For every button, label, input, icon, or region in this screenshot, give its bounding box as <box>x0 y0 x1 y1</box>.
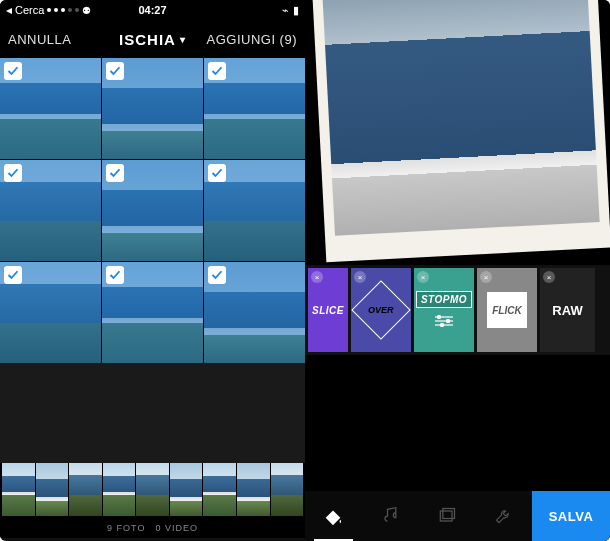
album-title-dropdown[interactable]: ISCHIA ▾ <box>119 31 186 48</box>
svg-rect-6 <box>440 511 452 521</box>
svg-rect-7 <box>443 509 455 519</box>
wifi-icon: ⚉ <box>82 5 91 16</box>
effect-flick[interactable]: × FLICK <box>477 268 537 352</box>
tab-layout[interactable] <box>419 491 476 541</box>
filmstrip-thumb[interactable] <box>271 463 304 516</box>
svg-point-5 <box>440 323 443 326</box>
video-count: 0 VIDEO <box>155 523 198 533</box>
album-title: ISCHIA <box>119 31 176 48</box>
preview-area[interactable] <box>305 0 610 265</box>
close-icon[interactable]: × <box>354 271 366 283</box>
svg-point-3 <box>437 315 440 318</box>
spacer <box>0 363 305 463</box>
filmstrip[interactable] <box>0 463 305 518</box>
check-icon <box>4 266 22 284</box>
tab-music[interactable] <box>362 491 419 541</box>
check-icon <box>208 164 226 182</box>
check-icon <box>4 164 22 182</box>
bottom-toolbar: SALVA <box>305 491 610 541</box>
filmstrip-thumb[interactable] <box>2 463 35 516</box>
effect-slice[interactable]: × SLICE <box>308 268 348 352</box>
photo-cell[interactable] <box>204 262 305 363</box>
clock: 04:27 <box>138 4 166 16</box>
filmstrip-thumb[interactable] <box>136 463 169 516</box>
close-icon[interactable]: × <box>543 271 555 283</box>
diamond-icon: OVER <box>351 280 410 339</box>
check-icon <box>208 62 226 80</box>
spacer <box>305 355 610 491</box>
effect-label: FLICK <box>492 305 521 316</box>
filmstrip-thumb[interactable] <box>103 463 136 516</box>
picker-title-bar: ANNULLA ISCHIA ▾ AGGIUNGI (9) <box>0 20 305 58</box>
photo-cell[interactable] <box>102 160 203 261</box>
filmstrip-thumb[interactable] <box>36 463 69 516</box>
cancel-button[interactable]: ANNULLA <box>8 32 119 47</box>
photo-picker-screen: ◂ Cerca ⚉ 04:27 ⌁ ▮ ANNULLA ISCHIA ▾ AGG… <box>0 0 305 541</box>
effect-raw[interactable]: × RAW <box>540 268 595 352</box>
music-note-icon <box>380 506 400 526</box>
check-icon <box>4 62 22 80</box>
paint-bucket-icon <box>322 505 344 527</box>
effects-row[interactable]: × SLICE × OVER × STOPMO × FLICK <box>305 265 610 355</box>
effect-label: OVER <box>368 305 394 315</box>
effect-label: STOPMO <box>416 291 472 308</box>
photo-cell[interactable] <box>204 160 305 261</box>
polaroid-frame <box>312 0 610 262</box>
save-label: SALVA <box>549 509 594 524</box>
back-chevron-icon[interactable]: ◂ <box>6 3 12 17</box>
filmstrip-thumb[interactable] <box>69 463 102 516</box>
sliders-icon <box>433 314 455 330</box>
photo-cell[interactable] <box>204 58 305 159</box>
check-icon <box>106 62 124 80</box>
ios-status-bar: ◂ Cerca ⚉ 04:27 ⌁ ▮ <box>0 0 305 20</box>
filmstrip-thumb[interactable] <box>170 463 203 516</box>
photo-cell[interactable] <box>102 58 203 159</box>
bluetooth-icon: ⌁ <box>282 4 289 17</box>
add-button[interactable]: AGGIUNGI (9) <box>186 32 297 47</box>
save-button[interactable]: SALVA <box>532 491 610 541</box>
layers-icon <box>437 506 457 526</box>
effect-label: SLICE <box>312 305 344 316</box>
filmstrip-thumb[interactable] <box>237 463 270 516</box>
preview-photo <box>323 0 600 236</box>
filmstrip-thumb[interactable] <box>203 463 236 516</box>
close-icon[interactable]: × <box>311 271 323 283</box>
close-icon[interactable]: × <box>480 271 492 283</box>
check-icon <box>106 164 124 182</box>
photo-cell[interactable] <box>102 262 203 363</box>
editor-screen: × SLICE × OVER × STOPMO × FLICK <box>305 0 610 541</box>
back-label[interactable]: Cerca <box>15 4 44 16</box>
wrench-icon <box>494 506 514 526</box>
photo-cell[interactable] <box>0 58 101 159</box>
photo-cell[interactable] <box>0 262 101 363</box>
photo-count: 9 FOTO <box>107 523 145 533</box>
close-icon[interactable]: × <box>417 271 429 283</box>
check-icon <box>106 266 124 284</box>
effect-label: RAW <box>552 303 582 318</box>
photo-grid <box>0 58 305 363</box>
photo-cell[interactable] <box>0 160 101 261</box>
selection-count: 9 FOTO 0 VIDEO <box>0 518 305 538</box>
battery-icon: ▮ <box>293 4 299 17</box>
effect-stopmo[interactable]: × STOPMO <box>414 268 474 352</box>
check-icon <box>208 266 226 284</box>
tab-style[interactable] <box>305 491 362 541</box>
svg-point-4 <box>446 319 449 322</box>
tab-settings[interactable] <box>475 491 532 541</box>
effect-over[interactable]: × OVER <box>351 268 411 352</box>
